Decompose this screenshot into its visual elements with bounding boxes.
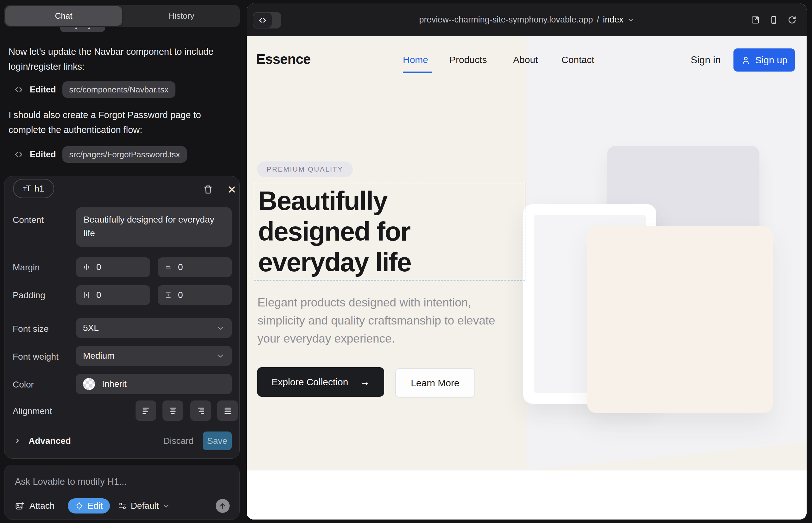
composer-input[interactable]: Ask Lovable to modify H1...	[15, 476, 127, 487]
element-tag: h1	[34, 184, 44, 194]
selected-element-chip[interactable]: TT h1	[13, 179, 54, 198]
font-weight-label: Font weight	[13, 352, 58, 362]
user-icon	[741, 55, 751, 65]
element-selection-outline[interactable]	[254, 183, 525, 281]
section-below-hero	[247, 470, 807, 520]
preview-url[interactable]: preview--charming-site-symphony.lovable.…	[419, 3, 634, 36]
color-select[interactable]: Inherit	[76, 374, 232, 394]
padding-label: Padding	[13, 290, 45, 301]
margin-vertical-icon	[164, 263, 172, 271]
padding-y-input[interactable]: 0	[158, 285, 232, 305]
font-size-label: Font size	[13, 324, 49, 334]
refresh-icon[interactable]	[787, 15, 797, 25]
site-content: Essence Home Products About Contact Sign…	[247, 36, 807, 520]
sign-up-button[interactable]: Sign up	[734, 49, 795, 72]
close-icon[interactable]: ✕	[226, 184, 237, 195]
arrow-right-icon: →	[359, 376, 370, 388]
align-right-button[interactable]	[190, 400, 211, 421]
preview-topbar: preview--charming-site-symphony.lovable.…	[247, 3, 807, 36]
text-type-icon: TT	[23, 184, 31, 194]
site-brand[interactable]: Essence	[256, 51, 311, 67]
nav-active-underline	[403, 72, 432, 73]
learn-more-button[interactable]: Learn More	[395, 368, 475, 398]
tab-chat[interactable]: Chat	[5, 6, 122, 26]
edited-label: Edited	[30, 85, 56, 95]
chevron-down-icon	[162, 502, 170, 510]
edited-file-row: Edited src/pages/ForgotPassword.tsx	[14, 146, 187, 163]
padding-vertical-icon	[164, 291, 172, 299]
hero-paragraph: Elegant products designed with intention…	[258, 293, 511, 348]
code-preview-toggle[interactable]	[253, 12, 281, 29]
advanced-chevron-icon: ›	[16, 435, 19, 446]
preview-actions	[751, 3, 797, 36]
nav-link-home[interactable]: Home	[403, 54, 428, 65]
target-icon	[75, 502, 84, 510]
edited-file-row: Edited src/components/Navbar.tsx	[14, 82, 175, 98]
hero-card-cream	[587, 226, 773, 413]
margin-horizontal-icon	[82, 263, 91, 271]
chat-composer: Ask Lovable to modify H1... Attach Edit	[4, 465, 240, 520]
attach-button[interactable]: Attach	[15, 501, 54, 511]
padding-x-input[interactable]: 0	[76, 285, 150, 305]
margin-y-input[interactable]: 0	[158, 257, 232, 277]
font-weight-select[interactable]: Medium	[76, 346, 232, 366]
code-icon	[14, 150, 23, 159]
color-label: Color	[13, 380, 34, 390]
nav-link-products[interactable]: Products	[449, 54, 487, 65]
edited-label: Edited	[30, 150, 56, 160]
composer-toolbar: Attach Edit Default	[15, 498, 230, 514]
edit-mode-button[interactable]: Edit	[68, 498, 110, 513]
attach-image-icon	[15, 501, 24, 511]
font-size-select[interactable]: 5XL	[76, 318, 232, 338]
chat-message: I should also create a Forgot Password p…	[8, 108, 227, 138]
chat-sidebar: Chat History Now let's update the Navbar…	[0, 0, 247, 523]
align-center-button[interactable]	[162, 400, 183, 421]
content-label: Content	[13, 215, 44, 225]
align-justify-button[interactable]	[217, 400, 238, 421]
content-input[interactable]: Beautifully designed for everyday life	[76, 208, 232, 247]
chevron-down-icon	[216, 324, 225, 332]
code-icon	[14, 85, 23, 94]
premium-quality-badge: PREMIUM QUALITY	[257, 161, 353, 177]
delete-element-button[interactable]	[203, 184, 214, 195]
file-pill[interactable]: src/components/Navbar.tsx	[63, 82, 176, 98]
color-swatch	[83, 378, 95, 390]
scrolled-message-pill	[60, 27, 105, 32]
default-model-select[interactable]: Default	[118, 501, 170, 511]
nav-link-contact[interactable]: Contact	[562, 54, 594, 65]
align-left-button[interactable]	[136, 400, 156, 421]
site-preview-window: preview--charming-site-symphony.lovable.…	[247, 3, 807, 520]
alignment-label: Alignment	[13, 406, 52, 416]
chevron-down-icon	[216, 351, 225, 360]
send-button[interactable]	[216, 499, 230, 513]
chevron-down-icon	[627, 16, 634, 23]
sidebar-tabbar: Chat History	[4, 5, 240, 27]
save-button[interactable]: Save	[203, 432, 232, 450]
mobile-view-icon[interactable]	[769, 15, 778, 25]
tab-history[interactable]: History	[123, 5, 240, 27]
code-view-icon	[253, 13, 272, 28]
open-external-icon[interactable]	[751, 15, 760, 25]
margin-label: Margin	[13, 263, 40, 273]
discard-button[interactable]: Discard	[163, 436, 194, 446]
lovable-app: Chat History Now let's update the Navbar…	[0, 0, 812, 523]
file-pill[interactable]: src/pages/ForgotPassword.tsx	[63, 146, 187, 163]
nav-link-about[interactable]: About	[513, 54, 538, 65]
element-editor-panel: TT h1 ✕ Content Beautifully designed for…	[4, 176, 240, 459]
sign-in-link[interactable]: Sign in	[691, 54, 721, 66]
padding-horizontal-icon	[82, 291, 91, 299]
explore-collection-button[interactable]: Explore Collection →	[257, 367, 384, 397]
advanced-toggle[interactable]: Advanced	[29, 436, 71, 446]
chat-message: Now let's update the Navbar component to…	[8, 44, 227, 74]
sliders-icon	[118, 502, 127, 510]
margin-x-input[interactable]: 0	[76, 257, 150, 277]
